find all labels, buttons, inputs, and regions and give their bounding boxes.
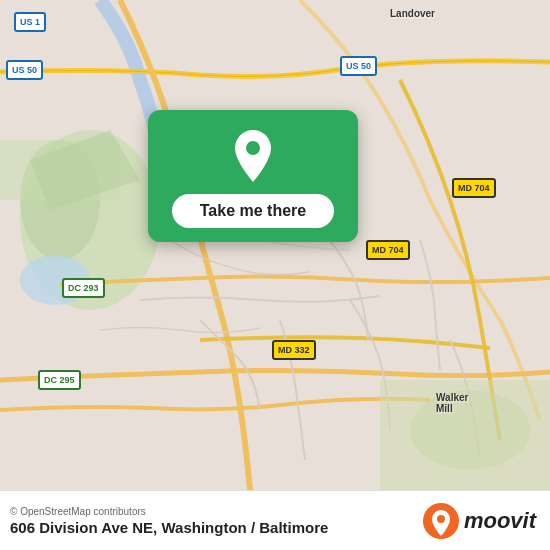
badge-md332: MD 332 bbox=[272, 340, 316, 360]
place-landover: Landover bbox=[390, 8, 435, 19]
badge-md704-mid: MD 704 bbox=[366, 240, 410, 260]
badge-us50-top: US 50 bbox=[340, 56, 377, 76]
bottom-left: © OpenStreetMap contributors 606 Divisio… bbox=[10, 506, 328, 536]
badge-dc295: DC 295 bbox=[38, 370, 81, 390]
moovit-logo: moovit bbox=[423, 503, 536, 539]
moovit-label: moovit bbox=[464, 508, 536, 534]
svg-point-7 bbox=[410, 390, 530, 470]
badge-md704-right: MD 704 bbox=[452, 178, 496, 198]
popup-card[interactable]: Take me there bbox=[148, 110, 358, 242]
badge-us50-left: US 50 bbox=[6, 60, 43, 80]
bottom-bar: © OpenStreetMap contributors 606 Divisio… bbox=[0, 490, 550, 550]
moovit-brand-icon bbox=[423, 503, 459, 539]
place-walker-mill: WalkerMill bbox=[436, 392, 468, 414]
map-container: US 1 US 50 US 50 DC 293 DC 295 MD 704 MD… bbox=[0, 0, 550, 490]
badge-dc293: DC 293 bbox=[62, 278, 105, 298]
address-text: 606 Division Ave NE, Washington / Baltim… bbox=[10, 519, 328, 536]
map-background bbox=[0, 0, 550, 490]
svg-point-8 bbox=[246, 141, 260, 155]
badge-us1: US 1 bbox=[14, 12, 46, 32]
copyright-text: © OpenStreetMap contributors bbox=[10, 506, 328, 517]
take-me-there-button[interactable]: Take me there bbox=[172, 194, 334, 228]
location-pin-icon bbox=[230, 128, 276, 184]
svg-point-10 bbox=[437, 515, 445, 523]
